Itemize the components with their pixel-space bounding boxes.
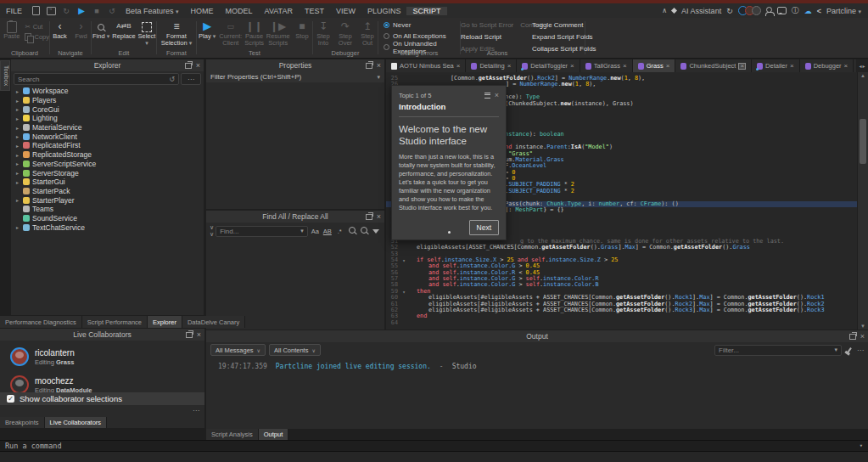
editor-tab-detailtoggler[interactable]: DetailToggler bbox=[517, 59, 580, 72]
info-icon[interactable]: ⓘ bbox=[792, 5, 799, 16]
undo-icon[interactable]: ↺ bbox=[106, 5, 118, 16]
explorer-item-teams[interactable]: Teams bbox=[11, 205, 204, 214]
expand-arrow-icon[interactable]: ▸ bbox=[14, 197, 20, 203]
code-line-63[interactable]: 63end bbox=[386, 313, 858, 319]
close-icon[interactable] bbox=[197, 330, 201, 339]
dock-tab-script-performance[interactable]: Script Performance bbox=[82, 316, 148, 328]
output-more-icon[interactable]: ⋯ bbox=[857, 346, 864, 354]
explorer-item-replicatedstorage[interactable]: ▸ReplicatedStorage bbox=[11, 150, 204, 160]
explorer-item-textchatservice[interactable]: ▸TextChatService bbox=[11, 223, 204, 232]
editor-tab-detailing[interactable]: Detailing bbox=[466, 59, 517, 72]
find-input[interactable]: Find... bbox=[216, 226, 308, 237]
search-history-icon[interactable]: ↺ bbox=[169, 76, 175, 83]
expand-arrow-icon[interactable]: ▸ bbox=[14, 161, 20, 166]
editor-scrollbar[interactable]: ▲ ▼ bbox=[857, 72, 868, 330]
editor-tab-detailer[interactable]: Detailer bbox=[752, 59, 800, 72]
close-tab-icon[interactable] bbox=[570, 62, 574, 70]
close-tab-icon[interactable] bbox=[738, 63, 746, 70]
menu-tab-model[interactable]: MODEL bbox=[220, 7, 259, 15]
close-icon[interactable] bbox=[377, 212, 381, 221]
step-into-button[interactable]: ↧Step Into bbox=[313, 20, 333, 48]
whole-word-button[interactable]: AB bbox=[322, 228, 332, 235]
expand-arrow-icon[interactable]: ▸ bbox=[14, 133, 20, 139]
expand-arrow-icon[interactable]: ▸ bbox=[14, 224, 20, 230]
dock-tab-performance-diagnostics[interactable]: Performance Diagnostics bbox=[0, 316, 82, 328]
topic-list-icon[interactable] bbox=[484, 93, 490, 99]
menu-tab-plugins[interactable]: PLUGINS bbox=[361, 7, 407, 15]
scroll-down-icon[interactable]: ▼ bbox=[858, 324, 868, 329]
log-entry[interactable]: 19:47:17.359Partcline joined live editin… bbox=[218, 363, 868, 370]
tab-script-analysis[interactable]: Script Analysis bbox=[206, 429, 259, 440]
stop-icon[interactable]: ■ bbox=[91, 5, 103, 16]
cloud-save-icon[interactable]: ☁ bbox=[804, 7, 812, 15]
show-collaborator-selections-row[interactable]: ✓ Show collaborator selections bbox=[0, 392, 204, 405]
avatar[interactable] bbox=[752, 6, 761, 15]
explorer-item-starterplayer[interactable]: ▸StarterPlayer bbox=[11, 195, 204, 205]
play-button[interactable]: ▶Play bbox=[197, 20, 217, 40]
explorer-item-soundservice[interactable]: SoundService bbox=[11, 214, 204, 223]
explorer-item-starterpack[interactable]: StarterPack bbox=[11, 187, 204, 196]
code-line-52[interactable]: 52eligibleAssets[ASSET_CHANCES[Common.ge… bbox=[386, 245, 858, 251]
resume-scripts-button[interactable]: ❙▶Resume Scripts bbox=[266, 20, 290, 48]
paste-button[interactable]: Paste bbox=[0, 20, 23, 40]
expand-arrow-icon[interactable]: ▸ bbox=[14, 88, 20, 94]
explorer-item-players[interactable]: ▸Players bbox=[11, 96, 204, 105]
open-file-icon[interactable] bbox=[45, 5, 57, 16]
close-tab-icon[interactable] bbox=[623, 62, 627, 70]
goto-script-error-button[interactable]: Go to Script Error bbox=[461, 19, 513, 31]
float-panel-icon[interactable] bbox=[185, 63, 192, 69]
select-button[interactable]: Select bbox=[137, 20, 156, 48]
editor-tab-debugger[interactable]: Debugger bbox=[800, 59, 854, 72]
next-button[interactable]: Next bbox=[469, 220, 499, 235]
explorer-item-workspace[interactable]: ▸Workspace bbox=[11, 87, 204, 96]
expand-script-folds-button[interactable]: Expand Script Folds bbox=[532, 31, 596, 42]
expand-replace-icon[interactable]: ∨∨ bbox=[210, 224, 213, 238]
expand-arrow-icon[interactable]: ▸ bbox=[14, 170, 20, 176]
find-all-button[interactable] bbox=[347, 227, 356, 235]
find-button[interactable]: Find bbox=[92, 20, 110, 40]
file-menu[interactable]: FILE bbox=[0, 7, 28, 15]
reload-script-button[interactable]: Reload Script bbox=[461, 31, 527, 42]
menu-tab-avatar[interactable]: AVATAR bbox=[259, 7, 299, 15]
explorer-item-networkclient[interactable]: ▸NetworkClient bbox=[11, 132, 204, 141]
code-line-58[interactable]: 58and self.instance.Color.G > self.insta… bbox=[386, 282, 858, 288]
find-next-button[interactable] bbox=[359, 227, 368, 235]
regex-button[interactable]: .* bbox=[334, 228, 344, 235]
copy-button[interactable]: Copy bbox=[25, 32, 49, 42]
expand-arrow-icon[interactable]: ▸ bbox=[14, 98, 20, 104]
expand-arrow-icon[interactable]: ▸ bbox=[14, 179, 20, 185]
menu-tab-view[interactable]: VIEW bbox=[330, 7, 361, 15]
menu-tab-home[interactable]: HOME bbox=[185, 7, 220, 15]
tab-breakpoints[interactable]: Breakpoints bbox=[0, 417, 45, 428]
command-bar[interactable]: Run a command bbox=[0, 440, 868, 452]
expand-arrow-icon[interactable]: ▸ bbox=[14, 116, 20, 121]
editor-tab-tallgrass[interactable]: TallGrass bbox=[580, 59, 633, 72]
tab-live-collaborators[interactable]: Live Collaborators bbox=[45, 417, 107, 428]
messages-filter-dropdown[interactable]: All Messages∨ bbox=[210, 344, 266, 356]
editor-tab-aotu-nimbus-sea[interactable]: AOTU Nimbus Sea bbox=[386, 59, 466, 72]
toggle-comment-button[interactable]: Toggle Comment bbox=[532, 19, 596, 31]
sync-icon[interactable]: ↻ bbox=[726, 7, 733, 15]
filter-icon[interactable] bbox=[372, 228, 381, 235]
redo-icon[interactable]: ↻ bbox=[60, 5, 72, 16]
code-line-25[interactable]: 25[Common.getAssetFolder().Rock2] = Numb… bbox=[386, 76, 858, 82]
collapse-ribbon-icon[interactable]: ∧ bbox=[662, 7, 667, 14]
menu-tab-test[interactable]: TEST bbox=[299, 7, 330, 15]
close-tab-icon[interactable] bbox=[507, 62, 512, 70]
stop-button[interactable]: ■Stop bbox=[292, 20, 312, 40]
output-filter-input[interactable]: Filter... bbox=[714, 345, 842, 356]
invite-collaborator-icon[interactable] bbox=[766, 7, 772, 13]
close-tab-icon[interactable] bbox=[666, 62, 670, 70]
cut-button[interactable]: ✂Cut bbox=[25, 22, 49, 31]
close-tab-icon[interactable] bbox=[844, 62, 848, 70]
explorer-more-button[interactable]: ⋯ bbox=[181, 73, 201, 85]
float-panel-icon[interactable] bbox=[366, 63, 372, 69]
code-line-62[interactable]: 62eligibleAssets[#eligibleAssets + ASSET… bbox=[386, 307, 858, 313]
step-out-button[interactable]: ↥Step Out bbox=[357, 20, 378, 48]
checkbox-checked-icon[interactable]: ✓ bbox=[7, 395, 14, 403]
explorer-item-replicatedfirst[interactable]: ▸ReplicatedFirst bbox=[11, 141, 204, 150]
explorer-item-coregui[interactable]: ▸CoreGui bbox=[11, 104, 204, 114]
clear-output-icon[interactable] bbox=[847, 347, 852, 353]
expand-arrow-icon[interactable]: ▸ bbox=[14, 143, 20, 149]
close-icon[interactable] bbox=[860, 332, 865, 341]
